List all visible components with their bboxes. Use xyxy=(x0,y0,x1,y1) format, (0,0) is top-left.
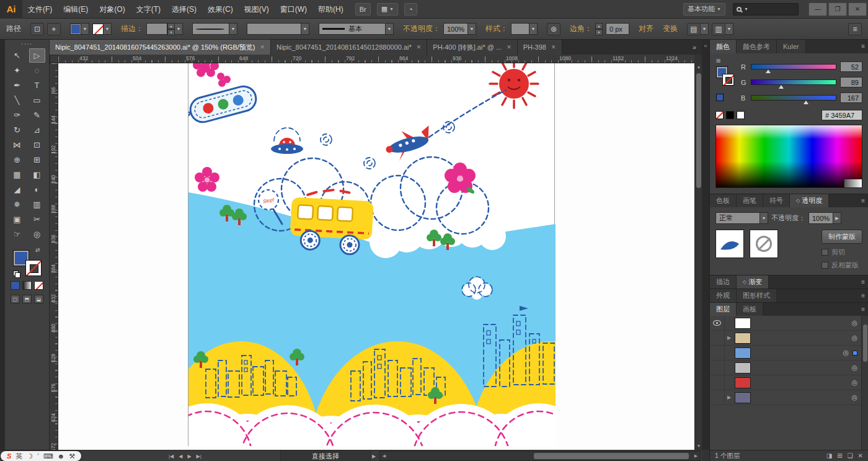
draw-normal-button[interactable]: ▢ xyxy=(11,295,20,303)
horizontal-scrollbar[interactable]: ◀ ▶ xyxy=(379,451,701,461)
distribute-options-dropdown[interactable]: ▥▼ xyxy=(712,23,733,35)
document-tab[interactable]: Nipic_8047451_20140816075445263000.ai* @… xyxy=(50,40,271,55)
perspective-grid-tool[interactable]: ⊞ xyxy=(29,153,45,167)
swap-fill-stroke-icon[interactable]: ⇄ xyxy=(35,247,40,253)
tab-close-icon[interactable]: ✕ xyxy=(417,44,422,50)
artwork-flower-right[interactable] xyxy=(445,163,476,195)
stroke-color-proxy[interactable] xyxy=(722,74,734,86)
artboard-nav-icon[interactable]: ◀ xyxy=(179,454,182,459)
artboard-nav-icon[interactable]: ▶ xyxy=(187,454,191,459)
style-label[interactable]: 样式： xyxy=(485,24,508,34)
color-panel-tab[interactable]: 颜色参考 xyxy=(737,40,777,53)
expand-arrow-icon[interactable]: ▶ xyxy=(725,395,733,400)
layer-target-icon[interactable]: ◎ xyxy=(851,393,857,401)
stroke-style-dropdown[interactable]: 基本▼ xyxy=(319,23,394,35)
menu-item[interactable]: 文件(F) xyxy=(22,0,58,19)
tools-icon[interactable]: ⚒ xyxy=(69,451,75,461)
gradient-tool[interactable]: ◧ xyxy=(29,168,45,182)
pen-tool[interactable]: ✒ xyxy=(9,78,25,92)
none-swatch[interactable] xyxy=(715,111,724,119)
panel-tab[interactable]: 图形样式 xyxy=(737,289,777,302)
status-scroll-right-icon[interactable]: ▶ xyxy=(372,454,376,459)
transform-label[interactable]: 变换 xyxy=(663,24,678,34)
fill-color-dropdown[interactable]: ▼ xyxy=(70,23,89,35)
corner-value[interactable]: 0 px xyxy=(606,23,629,35)
document-tab[interactable]: PH-398✕ xyxy=(518,40,562,55)
menu-item[interactable]: 选择(S) xyxy=(166,0,202,19)
horizontal-ruler[interactable]: 4325045766487207928649361008108011521224 xyxy=(58,55,694,63)
visibility-toggle[interactable] xyxy=(710,316,725,330)
lang-mode-label[interactable]: 英 xyxy=(16,451,22,461)
tab-close-icon[interactable]: ✕ xyxy=(551,44,556,50)
close-button[interactable]: ✕ xyxy=(848,2,867,16)
toolbar-grip[interactable]: •••• xyxy=(5,40,49,48)
control-panel-menu-icon[interactable]: ≡ xyxy=(848,23,862,35)
panel-tab[interactable]: ◇透明度 xyxy=(790,194,829,207)
scroll-right-icon[interactable]: ▶ xyxy=(692,452,700,460)
tab-close-icon[interactable]: ✕ xyxy=(260,44,265,50)
menu-item[interactable]: 效果(C) xyxy=(202,0,239,19)
face-icon[interactable]: ☻ xyxy=(58,451,65,461)
bridge-button[interactable]: Br xyxy=(355,3,371,16)
color-panel-tab[interactable]: Kuler xyxy=(777,40,806,53)
artwork-ufo[interactable] xyxy=(271,128,303,154)
artwork-sun[interactable] xyxy=(490,63,538,108)
canvas-viewport[interactable]: Stop! xyxy=(58,63,694,450)
magic-wand-tool[interactable]: ✦ xyxy=(9,63,25,78)
cs-live-icon[interactable]: ◔ xyxy=(404,3,417,16)
menu-item[interactable]: 窗口(W) xyxy=(275,0,312,19)
artboard[interactable]: Stop! xyxy=(188,63,555,446)
stroke-weight-field[interactable]: ▲▼▼ xyxy=(146,23,183,35)
make-clip-mask-icon[interactable]: ◨ xyxy=(826,452,832,459)
restore-button[interactable]: ❐ xyxy=(828,2,847,16)
document-tab[interactable]: Nipic_8047451_20140816145012880000.ai*✕ xyxy=(271,40,427,55)
artwork-traffic-light[interactable] xyxy=(188,84,259,127)
zoom-tool[interactable]: ◎ xyxy=(29,227,45,241)
rotate-tool[interactable]: ↻ xyxy=(9,123,25,137)
panel-opacity-value[interactable]: 100% xyxy=(808,212,833,224)
horizontal-scroll-thumb[interactable] xyxy=(534,453,689,459)
arrange-documents-icon[interactable]: ▦▼ xyxy=(377,3,398,16)
draw-behind-button[interactable]: ⬒ xyxy=(22,295,32,303)
artwork-flower-topleft[interactable] xyxy=(193,63,231,87)
slider-thumb[interactable] xyxy=(766,69,771,73)
object-thumbnail[interactable] xyxy=(715,230,744,258)
artwork-illustration[interactable]: Stop! xyxy=(188,63,556,446)
color-slider-track[interactable] xyxy=(751,79,836,85)
stroke-weight-value[interactable] xyxy=(146,23,167,35)
type-tool[interactable]: T xyxy=(29,78,45,92)
tab-overflow-icon[interactable]: » xyxy=(687,40,702,55)
visibility-toggle[interactable] xyxy=(710,331,725,345)
layer-target-icon[interactable]: ◎ xyxy=(851,364,857,372)
moon-icon[interactable]: ☽ xyxy=(27,451,33,461)
blend-mode-value[interactable]: 正常 xyxy=(715,212,760,224)
workspace-switcher[interactable]: 基本功能 ▼ xyxy=(683,3,725,16)
panel-tab[interactable]: 画笔 xyxy=(737,194,763,207)
opacity-field[interactable]: 100%▼ xyxy=(443,23,476,35)
layer-target-icon[interactable]: ◎ xyxy=(851,334,857,342)
channel-value-field[interactable]: 52 xyxy=(840,61,862,72)
blend-mode-dropdown[interactable]: 正常 ▼ xyxy=(715,212,768,224)
panel-opacity-field[interactable]: 100% ▶ xyxy=(808,212,841,224)
scale-tool[interactable]: ⊿ xyxy=(29,123,45,137)
panel-tab[interactable]: 符号 xyxy=(763,194,790,207)
new-sublayer-icon[interactable]: ⊞ xyxy=(837,452,842,459)
direct-selection-tool[interactable]: ▷ xyxy=(29,48,45,63)
stroke-weight-label[interactable]: 描边： xyxy=(121,24,143,34)
visibility-toggle[interactable] xyxy=(710,346,725,360)
none-mode-button[interactable] xyxy=(34,281,43,290)
visibility-toggle[interactable] xyxy=(710,375,725,390)
menu-item[interactable]: 对象(O) xyxy=(94,0,130,19)
ruler-corner[interactable] xyxy=(50,55,58,63)
make-mask-button[interactable]: 制作蒙版 xyxy=(822,230,862,244)
column-graph-tool[interactable]: ▥ xyxy=(29,197,45,212)
default-fill-stroke-icon[interactable] xyxy=(13,271,19,276)
vertical-scroll-thumb[interactable] xyxy=(696,73,701,188)
visibility-toggle[interactable] xyxy=(710,390,725,405)
black-swatch[interactable] xyxy=(726,111,734,119)
keyboard-icon[interactable]: ⌨ xyxy=(43,451,53,461)
lasso-tool[interactable]: ◌ xyxy=(29,63,45,78)
layers-panel-tab[interactable]: 图层 xyxy=(710,303,737,316)
opacity-value[interactable]: 100% xyxy=(443,23,468,35)
artboard-nav-icon[interactable]: ▶| xyxy=(197,454,202,459)
